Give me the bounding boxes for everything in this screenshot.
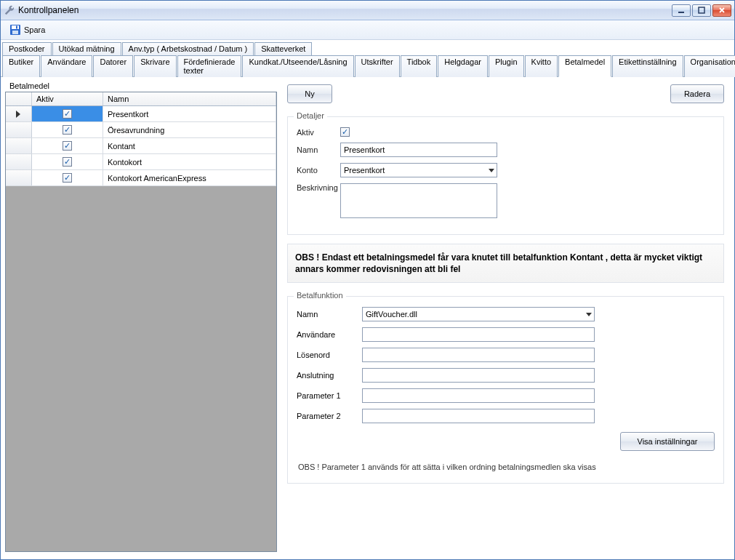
label-bf-namn: Namn [297,310,362,319]
select-konto-wrap[interactable] [340,163,497,177]
cell-namn[interactable]: Presentkort [103,106,276,121]
show-settings-button[interactable]: Visa inställningar [620,432,715,451]
checkbox-icon[interactable] [63,125,72,135]
tab-organisationsuppgifter[interactable]: Organisationsuppgifter [684,55,735,77]
select-bf-namn[interactable] [362,307,595,321]
input-bf-anvandare[interactable] [362,327,595,342]
save-label: Spara [24,25,45,34]
checkbox-icon[interactable] [63,173,72,183]
cell-namn[interactable]: Öresavrundning [103,122,276,137]
warning-notice: OBS ! Endast ett betalningsmedel får var… [287,244,724,283]
grid-header-aktiv[interactable]: Aktiv [32,92,103,105]
label-bf-anvandare: Användare [297,330,362,339]
select-bf-namn-wrap[interactable] [362,307,595,321]
svg-rect-3 [12,25,19,29]
details-group: Detaljer Aktiv Namn Konto B [287,116,724,235]
row-bf-param1: Parameter 1 [297,388,715,403]
cell-aktiv[interactable] [32,154,103,169]
tab-utskrifter[interactable]: Utskrifter [355,55,400,77]
tab-etikettinst-llning[interactable]: Etikettinställning [612,55,683,77]
tab-helgdagar[interactable]: Helgdagar [438,55,488,77]
cell-namn[interactable]: Kontant [103,138,276,153]
row-beskrivning: Beskrivning [297,183,715,218]
row-header[interactable] [6,170,32,185]
tab-plugin[interactable]: Plugin [489,55,524,77]
checkbox-icon[interactable] [63,109,72,119]
tab-anv-typ-arbetskostnad-datum-[interactable]: Anv.typ ( Arbetskostnad / Datum ) [122,42,254,55]
cell-aktiv[interactable] [32,122,103,137]
select-konto[interactable] [340,163,497,177]
input-bf-anslutning[interactable] [362,368,595,383]
row-konto: Konto [297,163,715,177]
tab-row-1: PostkoderUtökad mätningAnv.typ ( Arbetsk… [2,41,733,55]
right-column: Ny Radera Detaljer Aktiv Namn Konto [277,77,734,553]
tab-datorer[interactable]: Datorer [93,55,133,77]
maximize-button[interactable] [692,4,711,17]
window-title: Kontrollpanelen [18,5,672,15]
tab-postkoder[interactable]: Postkoder [2,42,52,55]
tab-kundkat-utseende-l-sning[interactable]: Kundkat./Utseende/Låsning [242,55,353,77]
tab-kvitto[interactable]: Kvitto [525,55,558,77]
tab-ut-kad-m-tning[interactable]: Utökad mätning [52,42,121,55]
tabstrip: PostkoderUtökad mätningAnv.typ ( Arbetsk… [1,40,734,77]
minimize-button[interactable] [672,4,691,17]
table-row[interactable]: Öresavrundning [6,122,276,138]
tab-row-2: ButikerAnvändareDatorerSkrivareFördefini… [2,55,733,76]
row-header[interactable] [6,154,32,169]
delete-button[interactable]: Radera [670,84,724,103]
payments-grid[interactable]: Aktiv Namn PresentkortÖresavrundningKont… [5,92,277,552]
row-header[interactable] [6,122,32,137]
save-button[interactable]: Spara [5,23,49,37]
row-bf-param2: Parameter 2 [297,409,715,423]
cell-aktiv[interactable] [32,106,103,121]
cell-namn[interactable]: Kontokort [103,154,276,169]
row-bf-visa: Visa inställningar [297,429,715,458]
row-header[interactable] [6,106,32,121]
checkbox-aktiv[interactable] [340,127,350,137]
input-bf-param1[interactable] [362,388,595,403]
label-namn: Namn [297,145,340,154]
left-legend: Betalmedel [5,79,277,92]
svg-rect-1 [699,7,704,13]
tab-butiker[interactable]: Butiker [2,55,40,77]
bf-note: OBS ! Parameter 1 används för att sätta … [297,458,715,473]
cell-aktiv[interactable] [32,138,103,153]
input-beskrivning[interactable] [340,183,497,218]
grid-body: PresentkortÖresavrundningKontantKontokor… [6,106,276,186]
close-button[interactable] [712,4,731,17]
label-bf-losenord: Lösenord [297,351,362,359]
grid-header-namn[interactable]: Namn [103,92,276,105]
row-aktiv: Aktiv [297,127,715,137]
table-row[interactable]: Kontant [6,138,276,154]
label-beskrivning: Beskrivning [297,183,340,192]
window-buttons [672,4,731,17]
row-header[interactable] [6,138,32,153]
cell-aktiv[interactable] [32,170,103,185]
checkbox-icon[interactable] [63,157,72,167]
input-namn[interactable] [340,143,497,157]
tab-tidbok[interactable]: Tidbok [401,55,438,77]
new-button[interactable]: Ny [287,84,332,103]
cell-namn[interactable]: Kontokort AmericanExpress [103,170,276,185]
label-bf-param2: Parameter 2 [297,412,362,420]
titlebar[interactable]: Kontrollpanelen [1,1,734,20]
table-row[interactable]: Kontokort [6,154,276,170]
grid-header: Aktiv Namn [6,92,276,106]
row-bf-losenord: Lösenord [297,348,715,362]
input-bf-param2[interactable] [362,409,595,423]
label-bf-param1: Parameter 1 [297,391,362,400]
checkbox-icon[interactable] [63,141,72,151]
label-bf-anslutning: Anslutning [297,371,362,380]
window-root: Kontrollpanelen Spara PostkoderUtökad mä… [0,0,735,560]
tab-skrivare[interactable]: Skrivare [134,55,176,77]
tab-anv-ndare[interactable]: Användare [41,55,92,77]
wrench-icon [4,4,15,16]
tab-betalmedel[interactable]: Betalmedel [558,55,611,77]
table-row[interactable]: Presentkort [6,106,276,122]
label-konto: Konto [297,166,340,175]
label-aktiv: Aktiv [297,128,340,137]
tab-skatteverket[interactable]: Skatteverket [254,42,312,55]
tab-f-rdefinierade-texter[interactable]: Fördefinierade texter [177,55,242,77]
input-bf-losenord[interactable] [362,348,595,362]
table-row[interactable]: Kontokort AmericanExpress [6,170,276,186]
